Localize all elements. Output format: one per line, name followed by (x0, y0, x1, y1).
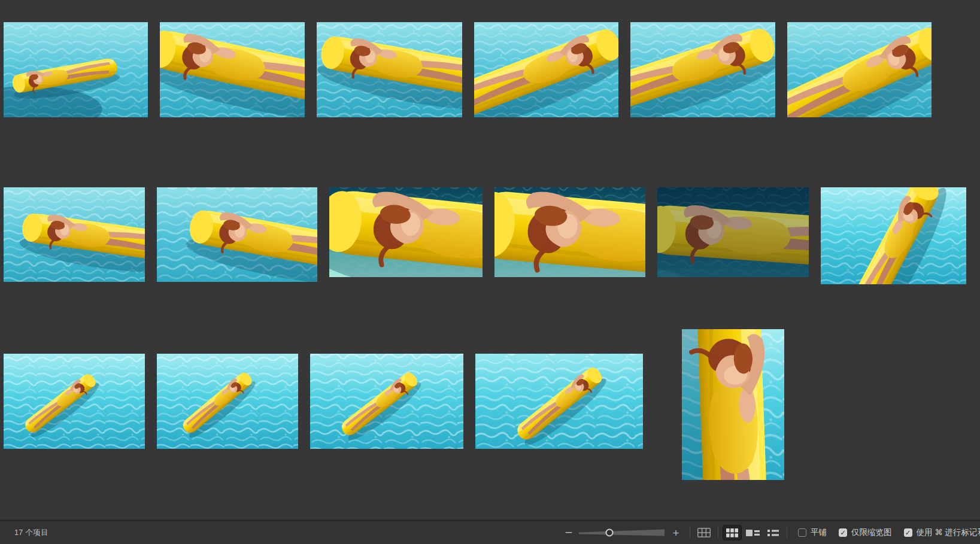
view-list-button[interactable] (763, 525, 782, 540)
photo-thumbnail[interactable] (657, 187, 809, 277)
photo-thumbnail[interactable] (474, 22, 618, 117)
checkbox[interactable] (798, 528, 806, 537)
view-grid-filled-button[interactable] (723, 525, 742, 540)
thumbnail-list-icon (746, 528, 760, 537)
grid-filled-icon (726, 528, 738, 537)
grid-outline-icon (697, 528, 711, 537)
photo-thumbnail[interactable] (821, 187, 966, 284)
zoom-in-button[interactable]: + (670, 525, 681, 540)
photo-thumbnail[interactable] (157, 187, 317, 282)
thumbnail-size-slider[interactable] (579, 525, 666, 540)
photo-thumbnail[interactable] (4, 187, 145, 282)
option-unchecked: 平铺 (798, 527, 827, 538)
checkbox[interactable]: ✓ (904, 528, 912, 537)
checkbox-label: 平铺 (811, 527, 827, 538)
view-grid-outline-button[interactable] (694, 525, 714, 540)
photo-thumbnail[interactable] (4, 22, 148, 117)
photo-thumbnail[interactable] (494, 187, 645, 277)
options-group: 平铺✓仅限缩览图✓使用 ⌘ 进行标记和评级 (798, 527, 980, 538)
photo-thumbnail[interactable] (329, 187, 483, 277)
option-checked: ✓仅限缩览图 (839, 527, 892, 538)
checkbox-label: 仅限缩览图 (851, 527, 892, 538)
separator (787, 527, 787, 539)
photo-browser-window: { "status_bar": { "item_count": "17 个项目"… (0, 0, 980, 544)
zoom-out-button[interactable]: − (563, 525, 574, 540)
photo-grid (0, 0, 980, 519)
checkbox-label: 使用 ⌘ 进行标记和评级 (917, 527, 980, 538)
slider-knob[interactable] (605, 529, 613, 537)
list-icon (767, 528, 779, 537)
slider-track-icon (579, 525, 666, 540)
checkbox[interactable]: ✓ (839, 528, 847, 537)
photo-thumbnail[interactable] (317, 22, 462, 117)
photo-thumbnail[interactable] (157, 354, 298, 449)
separator (718, 527, 718, 539)
photo-thumbnail[interactable] (160, 22, 305, 117)
photo-thumbnail[interactable] (475, 354, 643, 449)
item-count: 17 个项目 (14, 521, 48, 544)
option-checked: ✓使用 ⌘ 进行标记和评级 (904, 527, 980, 538)
status-bar: 17 个项目 − + (0, 519, 980, 544)
photo-thumbnail[interactable] (4, 354, 145, 449)
view-thumbnail-list-button[interactable] (743, 525, 762, 540)
photo-thumbnail[interactable] (682, 329, 784, 480)
photo-thumbnail[interactable] (630, 22, 775, 117)
photo-thumbnail[interactable] (787, 22, 932, 117)
photo-thumbnail[interactable] (310, 354, 463, 449)
separator (690, 527, 690, 539)
